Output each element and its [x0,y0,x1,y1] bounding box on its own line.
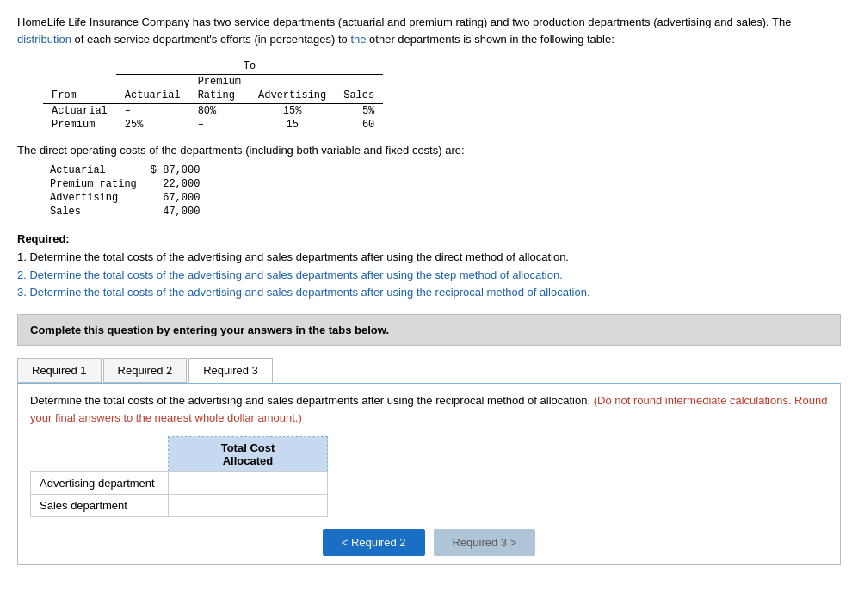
direct-cost-actuarial-amount: $ 87,000 [144,163,207,177]
next-required3-button[interactable]: Required 3 > [434,529,536,556]
table-row-advertising: Advertising department [31,472,328,495]
distribution-table: To Premium From Actuarial Rating Adverti… [43,59,383,132]
complete-question-text: Complete this question by entering your … [30,323,389,336]
col-advertising: Advertising [250,89,335,104]
direct-cost-sales: Sales 47,000 [43,205,207,219]
tab-description: Determine the total costs of the adverti… [30,392,828,426]
advertising-dept-input[interactable] [169,472,327,494]
direct-cost-premium: Premium rating 22,000 [43,177,207,191]
complete-question-box: Complete this question by entering your … [17,314,841,346]
total-cost-header: Total CostAllocated [169,437,328,472]
direct-costs-section: Actuarial $ 87,000 Premium rating 22,000… [43,163,841,219]
col-from: From [43,89,116,104]
direct-costs-label: The direct operating costs of the depart… [17,144,841,157]
row-premium-adv: 15 [250,118,335,132]
nav-buttons: < Required 2 Required 3 > [30,529,828,556]
direct-cost-advertising-amount: 67,000 [144,191,207,205]
row-premium-label: Premium [43,118,116,132]
row-premium-act: 25% [116,118,189,132]
tab-required2[interactable]: Required 2 [103,358,188,383]
direct-cost-advertising-label: Advertising [43,191,144,205]
row-actuarial-sales: 5% [335,104,383,119]
required-item-1: 1. Determine the total costs of the adve… [17,249,841,267]
direct-cost-advertising: Advertising 67,000 [43,191,207,205]
tab-required3[interactable]: Required 3 [188,358,273,383]
sales-dept-input[interactable] [169,495,327,516]
to-header: To [116,59,383,75]
tabs-container: Required 1 Required 2 Required 3 Determi… [17,358,841,565]
direct-cost-sales-amount: 47,000 [144,205,207,219]
distribution-table-wrap: To Premium From Actuarial Rating Adverti… [43,59,841,132]
sales-dept-input-cell[interactable] [169,495,328,517]
direct-cost-premium-amount: 22,000 [144,177,207,191]
required-section: Required: 1. Determine the total costs o… [17,231,841,302]
table-row-sales: Sales department [31,495,328,517]
required-label: Required: [17,231,841,249]
direct-cost-actuarial-label: Actuarial [43,163,144,177]
answer-table: Total CostAllocated Advertising departme… [30,436,328,517]
advertising-dept-label: Advertising department [31,472,169,495]
row-premium-sales: 60 [335,118,383,132]
empty-header [31,437,169,472]
direct-cost-actuarial: Actuarial $ 87,000 [43,163,207,177]
advertising-dept-input-cell[interactable] [169,472,328,495]
row-actuarial-adv: 15% [250,104,335,119]
tab-content-required3: Determine the total costs of the adverti… [17,383,841,565]
required-item-2: 2. Determine the total costs of the adve… [17,267,841,285]
row-actuarial-rating: 80% [189,104,250,119]
prev-required2-button[interactable]: < Required 2 [323,529,425,556]
tab-description-main: Determine the total costs of the adverti… [30,394,590,407]
col-rating: Rating [189,89,250,104]
required-item-3: 3. Determine the total costs of the adve… [17,284,841,302]
tab-required1[interactable]: Required 1 [17,358,102,383]
tabs-row: Required 1 Required 2 Required 3 [17,358,841,383]
intro-paragraph: HomeLife Life Insurance Company has two … [17,14,841,47]
direct-cost-sales-label: Sales [43,205,144,219]
premium-subheader: Premium [189,75,250,89]
direct-cost-premium-label: Premium rating [43,177,144,191]
col-sales: Sales [335,89,383,104]
answer-table-wrap: Total CostAllocated Advertising departme… [30,436,828,517]
sales-dept-label: Sales department [31,495,169,517]
row-actuarial-label: Actuarial [43,104,116,119]
col-actuarial: Actuarial [116,89,189,104]
row-premium-rating: – [189,118,250,132]
direct-costs-table: Actuarial $ 87,000 Premium rating 22,000… [43,163,207,219]
row-actuarial-act: – [116,104,189,119]
